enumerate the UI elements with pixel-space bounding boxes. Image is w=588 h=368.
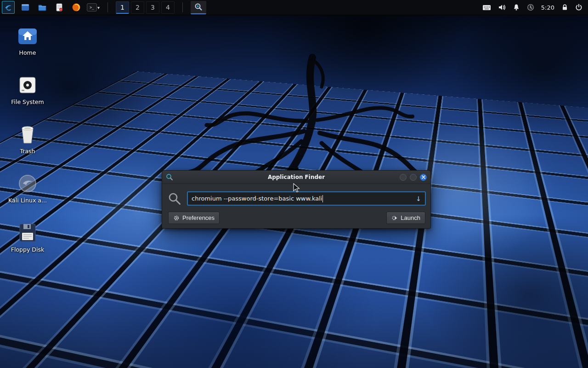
folder-icon	[38, 3, 47, 12]
search-icon	[168, 192, 181, 206]
close-button[interactable]	[420, 174, 427, 181]
firefox-icon	[72, 3, 81, 12]
launch-button[interactable]: Launch	[386, 212, 425, 224]
command-text: chromium --password-store=basic www.kali	[192, 195, 322, 202]
panel-launchers: >_ ▾ 1 2 3 4	[0, 1, 206, 14]
maximize-button[interactable]	[410, 174, 417, 181]
window-app-icon	[166, 173, 173, 181]
terminal-launcher[interactable]: >_ ▾	[87, 3, 100, 12]
text-cursor	[322, 195, 323, 202]
desktop-icon-label: Home	[6, 49, 50, 56]
window-title: Application Finder	[162, 174, 430, 180]
volume-icon[interactable]	[498, 4, 506, 11]
desktop-icon-home[interactable]: Home	[6, 24, 50, 56]
system-tray: 5:20	[482, 4, 588, 11]
terminal-icon: >_	[87, 3, 97, 12]
close-icon	[422, 175, 425, 179]
files-folder-launcher[interactable]	[36, 1, 49, 14]
power-logout-icon[interactable]	[575, 4, 582, 11]
taskbar-application-finder-button[interactable]	[191, 1, 206, 14]
launch-icon	[391, 215, 398, 221]
desktop-icon-label: Floppy Disk	[6, 246, 50, 253]
firefox-launcher[interactable]	[70, 1, 83, 14]
launch-label: Launch	[401, 214, 420, 221]
workspace-3[interactable]: 3	[146, 1, 159, 14]
top-panel: >_ ▾ 1 2 3 4	[0, 0, 588, 15]
applications-menu-button[interactable]	[2, 1, 15, 14]
home-icon	[6, 24, 50, 48]
kali-logo-icon	[4, 3, 13, 12]
desktop-icon-file-system[interactable]: File System	[6, 73, 50, 105]
desktop-icon-floppy-disk[interactable]: Floppy Disk	[6, 221, 50, 253]
trash-icon	[6, 122, 50, 146]
text-editor-launcher[interactable]	[53, 1, 66, 14]
file-manager-launcher[interactable]	[19, 1, 32, 14]
window-controls	[400, 174, 427, 181]
button-row: Preferences Launch	[168, 212, 426, 224]
clock[interactable]: 5:20	[541, 4, 554, 11]
floppy-disk-icon	[6, 221, 50, 245]
text-editor-icon	[55, 3, 64, 12]
finder-body: chromium --password-store=basic www.kali…	[162, 184, 430, 228]
application-finder-window: Application Finder chromium --password-s…	[162, 170, 431, 229]
workspace-4[interactable]: 4	[161, 1, 175, 14]
preferences-label: Preferences	[182, 214, 215, 221]
notifications-bell-icon[interactable]	[513, 4, 520, 11]
file-system-icon	[6, 73, 50, 97]
desktop-icon-label: Trash	[6, 148, 50, 155]
workspace-switcher: 1 2 3 4	[116, 1, 175, 14]
terminal-dropdown-caret-icon[interactable]: ▾	[97, 5, 100, 10]
panel-separator	[182, 2, 183, 12]
desktop-icon-trash[interactable]: Trash	[6, 122, 50, 155]
desktop-icon-kali-linux[interactable]: Kali Linux a...	[6, 172, 50, 204]
dropdown-arrow-icon[interactable]: ↓	[416, 195, 421, 202]
kali-installer-icon	[6, 172, 50, 196]
application-finder-icon	[194, 3, 203, 11]
titlebar[interactable]: Application Finder	[162, 171, 430, 184]
desktop-icon-label: File System	[6, 98, 50, 105]
command-input[interactable]: chromium --password-store=basic www.kali…	[187, 191, 426, 206]
keyboard-layout-icon[interactable]	[482, 4, 491, 11]
workspace-2[interactable]: 2	[131, 1, 144, 14]
desktop-icon-label: Kali Linux a...	[6, 197, 50, 204]
minimize-button[interactable]	[400, 174, 407, 181]
gear-icon	[173, 215, 180, 221]
search-row: chromium --password-store=basic www.kali…	[168, 191, 426, 206]
panel-separator	[107, 2, 108, 12]
preferences-button[interactable]: Preferences	[168, 212, 220, 224]
lock-screen-icon[interactable]	[561, 4, 568, 11]
workspace-1[interactable]: 1	[116, 1, 129, 14]
file-manager-icon	[21, 3, 30, 12]
update-status-icon[interactable]	[527, 4, 534, 11]
